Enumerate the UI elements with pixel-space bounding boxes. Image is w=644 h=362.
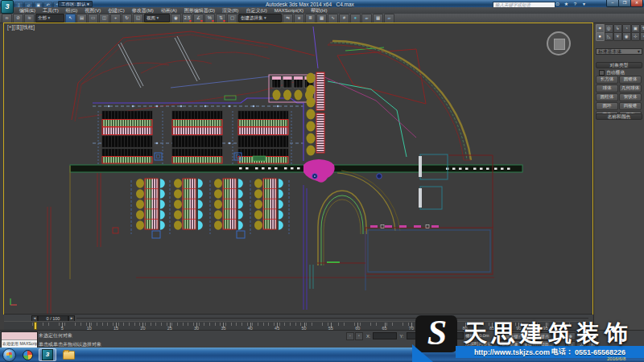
watermark-brand-text: 天思建筑装饰 xyxy=(464,318,633,350)
infocenter-arrow-icon[interactable]: ▾ xyxy=(580,2,588,7)
file-name: C4.max xyxy=(336,2,353,7)
window-crossing-icon[interactable]: ◫ xyxy=(99,14,109,23)
layer-manager-icon[interactable]: ≣ xyxy=(305,14,316,23)
primitive-button-7[interactable]: 圆环 xyxy=(596,102,618,110)
primitive-button-4[interactable]: 几何球体 xyxy=(619,84,642,93)
site-plan-drawing xyxy=(4,23,592,314)
select-and-move-icon[interactable]: + xyxy=(110,14,121,23)
chevron-down-icon: ▾ xyxy=(87,2,89,6)
percent-snap-icon[interactable]: % xyxy=(204,14,215,23)
tab-utilities[interactable]: ⚒ xyxy=(640,24,644,33)
subtab-shapes[interactable]: ◺ xyxy=(605,32,613,41)
rectangular-selection-region-icon[interactable]: ▭ xyxy=(88,14,98,23)
coord-label-x: X: xyxy=(366,334,370,339)
application-menu-button[interactable]: 3 xyxy=(1,0,14,14)
use-pivot-center-icon[interactable]: ◉ xyxy=(171,14,181,23)
material-editor-icon[interactable]: ● xyxy=(350,14,361,23)
window-title: Autodesk 3ds Max 2014 x64 C4.max xyxy=(266,2,354,7)
primitive-button-6[interactable]: 管状体 xyxy=(619,93,642,101)
coord-label-y: Y: xyxy=(399,334,403,339)
primitive-button-1[interactable]: 长方体 xyxy=(596,76,618,84)
select-object-icon[interactable]: ↖ xyxy=(65,14,76,23)
unlink-selection-icon[interactable]: ⊘ xyxy=(13,14,23,23)
track-bar-frame-marker[interactable] xyxy=(34,322,37,330)
close-button[interactable]: ✕ xyxy=(630,0,643,7)
chevron-down-icon: ▾ xyxy=(263,15,266,20)
select-and-scale-icon[interactable]: ◱ xyxy=(133,14,143,23)
primitive-button-3[interactable]: 球体 xyxy=(596,84,618,93)
autogrid-checkbox[interactable] xyxy=(599,70,605,76)
curve-editor-icon[interactable]: ∿ xyxy=(328,14,338,23)
tab-motion[interactable]: ◔ xyxy=(622,24,631,33)
graphite-ribbon-icon[interactable]: ▦ xyxy=(316,14,327,23)
command-panel: ✶◎↳◔▣⚒ ●◺☀◉⊹≈⚙ ▾ 标准基本体 对象类型 自动栅格 长方体圆锥体球… xyxy=(593,23,644,330)
selection-status: 未选定任何对象 xyxy=(39,332,72,339)
subtab-cameras[interactable]: ◉ xyxy=(622,32,631,41)
browser-icon xyxy=(23,350,33,360)
reference-coordinate-dropdown[interactable]: 视图 ▾ xyxy=(144,14,170,23)
tab-create[interactable]: ✶ xyxy=(596,24,605,33)
app-title: Autodesk 3ds Max 2014 x64 xyxy=(266,2,332,7)
listener-output-row[interactable]: 欢迎使用 MAXScript xyxy=(2,340,37,348)
watermark-logo-letter: S xyxy=(419,312,456,354)
select-and-link-icon[interactable]: ∞ xyxy=(2,14,12,23)
render-setup-icon[interactable]: ☕ xyxy=(361,14,372,23)
minimize-button[interactable]: – xyxy=(606,0,619,7)
viewport-top[interactable]: [+][顶][线框] xyxy=(4,23,592,314)
taskbar-item-explorer[interactable] xyxy=(60,348,77,361)
name-color-rollout[interactable]: 名称和颜色 xyxy=(596,113,642,120)
primitive-category-dropdown[interactable]: ▾ 标准基本体 xyxy=(596,48,642,55)
align-icon[interactable]: ≡ xyxy=(294,14,304,23)
viewcube-top-face[interactable] xyxy=(554,39,565,50)
selection-lock-icon[interactable]: ◦ xyxy=(346,332,354,340)
taskbar-item-browser[interactable] xyxy=(19,348,36,361)
maximize-button[interactable]: ❐ xyxy=(618,0,631,7)
select-by-name-icon[interactable]: ▤ xyxy=(76,14,87,23)
command-panel-tabs: ✶◎↳◔▣⚒ xyxy=(596,24,644,33)
angle-snap-icon[interactable]: ∠ xyxy=(193,14,204,23)
folder-icon xyxy=(63,351,75,360)
maxscript-mini-listener[interactable]: 欢迎使用 MAXScript xyxy=(1,331,38,348)
selection-filter-dropdown[interactable]: 全部 ▾ xyxy=(35,14,64,23)
listener-macro-row[interactable] xyxy=(2,332,37,340)
primitive-button-2[interactable]: 圆锥体 xyxy=(619,76,642,84)
snap-toggle-icon[interactable]: 2.5 xyxy=(182,14,192,23)
chevron-down-icon: ▾ xyxy=(638,49,640,55)
absolute-offset-icon[interactable]: ▫ xyxy=(355,332,363,340)
chevron-down-icon: ▾ xyxy=(47,15,50,20)
viewport-label[interactable]: [+][顶][线框] xyxy=(7,24,35,31)
search-icon[interactable]: ⊙ xyxy=(554,2,561,7)
watermark-date: 2016/6/8 xyxy=(607,356,625,361)
windows-logo-icon xyxy=(6,352,13,359)
start-button[interactable] xyxy=(2,348,16,362)
tab-hierarchy[interactable]: ↳ xyxy=(613,24,622,33)
rendered-frame-icon[interactable]: ▦ xyxy=(373,14,383,23)
primitive-button-5[interactable]: 圆柱体 xyxy=(596,93,618,101)
schematic-view-icon[interactable]: # xyxy=(339,14,349,23)
coord-field-x[interactable] xyxy=(373,332,397,339)
subtab-geometry[interactable]: ● xyxy=(596,32,605,41)
select-and-rotate-icon[interactable]: ↻ xyxy=(122,14,132,23)
create-subcategory-tabs: ●◺☀◉⊹≈⚙ xyxy=(596,32,644,41)
tab-display[interactable]: ▣ xyxy=(631,24,640,33)
menu-bar: 编辑(E)工具(T)组(G)视图(V)创建(C)修改器(M)动画(A)图形编辑器… xyxy=(0,7,644,14)
mirror-icon[interactable]: ⇋ xyxy=(283,14,293,23)
render-production-icon[interactable]: ☕ xyxy=(384,14,394,23)
object-type-rollout[interactable]: 对象类型 xyxy=(596,62,642,68)
help-icon[interactable]: ? xyxy=(572,2,579,7)
edit-named-selection-sets-icon[interactable]: ▢ xyxy=(227,14,237,23)
desktop: Autodesk 3ds Max 2014 x64 C4.max 3 ▯▱▣↶↷… xyxy=(0,0,644,362)
bind-to-space-warp-icon[interactable]: ≋ xyxy=(24,14,35,23)
viewcube[interactable] xyxy=(547,31,571,56)
taskbar-item-3dsmax[interactable]: 3 xyxy=(39,348,56,361)
spinner-snap-icon[interactable]: ⇅ xyxy=(216,14,226,23)
menu-maxscriptx[interactable]: MAXScript(X) xyxy=(275,8,303,13)
3dsmax-icon: 3 xyxy=(42,349,53,360)
subtab-spacewarps[interactable]: ≈ xyxy=(640,32,644,41)
subtab-lights[interactable]: ☀ xyxy=(613,32,622,41)
subtab-helpers[interactable]: ⊹ xyxy=(631,32,640,41)
named-selection-sets-dropdown[interactable]: 创建选择集 ▾ xyxy=(238,14,282,23)
primitive-button-8[interactable]: 四棱锥 xyxy=(619,102,642,110)
star-favorites-icon[interactable]: ★ xyxy=(563,2,570,7)
tab-modify[interactable]: ◎ xyxy=(605,24,613,33)
